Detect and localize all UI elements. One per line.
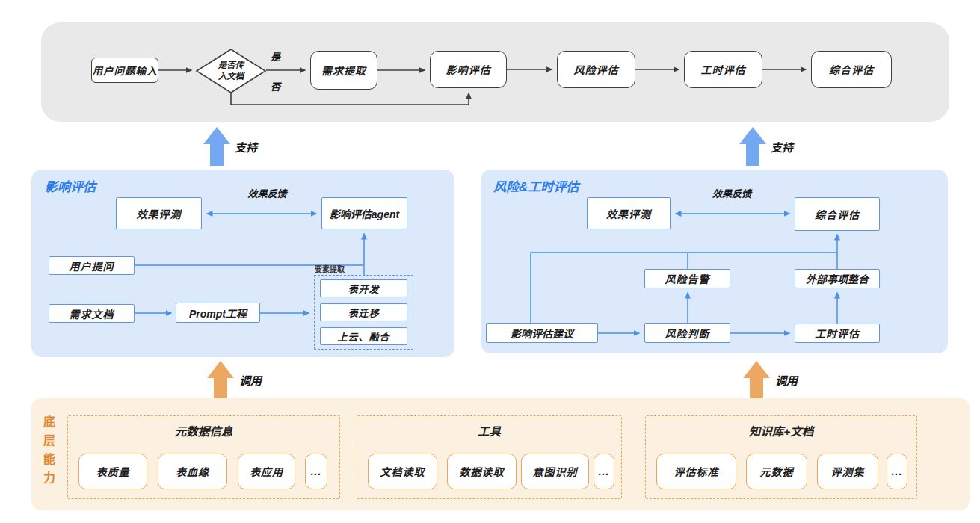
- node-prompt-engineering-label: Prompt工程: [189, 306, 247, 321]
- invoke-arrow-left: [207, 361, 234, 398]
- node-risk-alert: 风险告警: [644, 269, 730, 288]
- invoke-label-left: 调用: [239, 372, 262, 388]
- node-tools-more: ...: [594, 454, 614, 489]
- support-arrow-right: [739, 127, 766, 166]
- node-knowledge-more: ...: [887, 454, 907, 489]
- support-label-right: 支持: [771, 139, 793, 155]
- architecture-diagram: 用户问题输入 是否传 入文档 是 否 需求提取 影响评估 风险评估 工时评估 综…: [0, 0, 980, 523]
- decision-line2: 入文档: [218, 71, 244, 82]
- node-risk-judgment-label: 风险判断: [665, 326, 710, 341]
- invoke-arrow-right: [743, 361, 770, 398]
- node-data-read-label: 数据读取: [460, 464, 505, 479]
- node-effect-eval-label: 效果评测: [137, 206, 182, 221]
- node-prompt-engineering: Prompt工程: [176, 303, 260, 323]
- node-effect-eval: 效果评测: [116, 197, 202, 229]
- node-eval-set-label: 评测集: [831, 464, 865, 479]
- node-overall-eval-2-label: 综合评估: [815, 207, 860, 222]
- node-effect-eval-2-label: 效果评测: [606, 206, 651, 221]
- node-doc-read-label: 文档读取: [380, 464, 425, 479]
- node-impact-agent: 影响评估agent: [321, 197, 407, 229]
- node-demand-extract: 需求提取: [310, 51, 377, 90]
- decision-label: 是否传 入文档: [202, 58, 260, 84]
- node-demand-extract-label: 需求提取: [321, 63, 366, 78]
- node-table-migration: 表迁移: [320, 303, 407, 321]
- node-table-application: 表应用: [238, 454, 295, 489]
- node-effect-eval-2: 效果评测: [587, 197, 671, 229]
- node-tools-more-label: ...: [599, 465, 610, 477]
- feedback-label-right: 效果反馈: [703, 186, 761, 200]
- tools-group-title: 工具: [357, 422, 622, 439]
- decision-line1: 是否传: [218, 60, 244, 71]
- node-doc-read: 文档读取: [368, 454, 437, 489]
- node-table-quality-label: 表质量: [96, 464, 130, 479]
- node-data-read: 数据读取: [447, 454, 517, 489]
- node-overall-eval: 综合评估: [811, 51, 892, 88]
- node-impact-eval-label: 影响评估: [446, 62, 491, 77]
- node-risk-eval: 风险评估: [557, 51, 635, 88]
- node-metadata-more: ...: [305, 454, 327, 489]
- node-cloud-merge: 上云、融合: [320, 327, 407, 345]
- node-table-application-label: 表应用: [250, 464, 283, 479]
- node-eval-set: 评测集: [817, 454, 878, 489]
- node-hours-eval-2: 工时评估: [795, 324, 880, 343]
- node-intent-recognition: 意图识别: [521, 454, 589, 489]
- invoke-label-right: 调用: [775, 372, 798, 388]
- node-risk-judgment: 风险判断: [644, 323, 730, 343]
- node-table-dev-label: 表开发: [348, 282, 379, 296]
- risk-panel-title: 风险&工时评估: [493, 176, 579, 195]
- support-label-left: 支持: [235, 139, 257, 155]
- node-intent-recognition-label: 意图识别: [533, 464, 578, 479]
- feedback-label-left: 效果反馈: [239, 186, 295, 200]
- node-user-input-label: 用户问题输入: [93, 63, 158, 78]
- node-impact-eval: 影响评估: [430, 51, 507, 88]
- node-table-quality: 表质量: [78, 454, 147, 489]
- extract-group-label: 要素提取: [315, 263, 345, 274]
- node-eval-standard-label: 评估标准: [674, 464, 719, 479]
- node-metadata-label: 元数据: [760, 464, 794, 479]
- node-table-lineage: 表血缘: [158, 454, 227, 489]
- node-eval-standard: 评估标准: [656, 454, 736, 489]
- node-external-items: 外部事项整合: [795, 269, 880, 288]
- node-impact-suggestion-label: 影响评估建议: [511, 326, 573, 341]
- node-hours-eval-2-label: 工时评估: [815, 326, 860, 341]
- impact-panel-title: 影响评估: [45, 176, 96, 195]
- node-user-input: 用户问题输入: [91, 58, 158, 83]
- node-hours-eval-label: 工时评估: [701, 62, 746, 77]
- node-risk-eval-label: 风险评估: [574, 62, 619, 77]
- metadata-group-title: 元数据信息: [67, 422, 340, 439]
- node-metadata-more-label: ...: [311, 465, 322, 477]
- node-user-question: 用户提问: [49, 256, 135, 275]
- support-arrow-left: [203, 127, 230, 166]
- node-table-migration-label: 表迁移: [348, 306, 379, 320]
- foundation-title: 底层能力: [39, 415, 57, 499]
- knowledge-group-title: 知识库+文档: [645, 422, 917, 439]
- node-knowledge-more-label: ...: [892, 465, 903, 477]
- node-hours-eval: 工时评估: [684, 51, 762, 88]
- node-risk-alert-label: 风险告警: [665, 271, 710, 286]
- node-req-doc-label: 需求文档: [70, 306, 114, 321]
- yes-label: 是: [271, 49, 280, 64]
- node-user-question-label: 用户提问: [70, 259, 114, 273]
- node-metadata: 元数据: [746, 454, 807, 489]
- node-external-items-label: 外部事项整合: [806, 271, 869, 286]
- node-cloud-merge-label: 上云、融合: [337, 329, 389, 344]
- node-table-dev: 表开发: [320, 279, 407, 297]
- node-req-doc: 需求文档: [49, 304, 135, 323]
- no-label: 否: [271, 79, 280, 93]
- node-table-lineage-label: 表血缘: [176, 464, 209, 479]
- node-overall-eval-2: 综合评估: [795, 197, 880, 231]
- node-impact-suggestion: 影响评估建议: [486, 323, 598, 343]
- node-impact-agent-label: 影响评估agent: [330, 206, 399, 221]
- node-overall-eval-label: 综合评估: [829, 62, 874, 77]
